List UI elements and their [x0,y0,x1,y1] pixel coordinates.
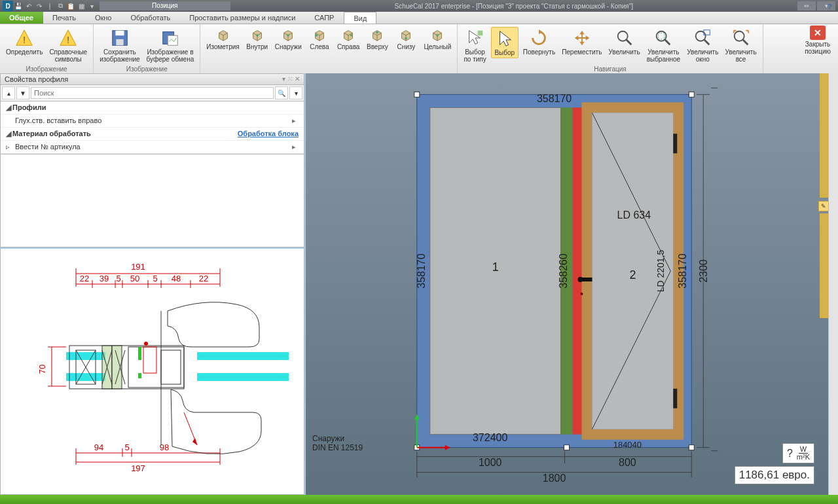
vertical-scrollbar[interactable] [828,73,838,75]
svg-rect-32 [477,31,483,36]
zoom-all-icon [731,28,752,48]
svg-text:!: ! [23,34,26,45]
clipboard-image-icon [160,28,181,48]
side-tab-1[interactable] [820,73,829,75]
cursor-icon [494,29,515,48]
tab-view[interactable]: Вид [344,12,376,24]
quick-access-toolbar: D 💾 ↶ ↷ | ⧉ 📋 ▦ ▾ [0,0,100,12]
btn-move[interactable]: Переместить [560,27,604,57]
cube-icon [370,28,384,43]
btn-zoom-window[interactable]: Увеличить окно [685,27,720,64]
qat-save-icon[interactable]: 💾 [13,1,24,11]
cube-icon [430,28,445,43]
svg-point-39 [696,31,706,41]
cube-icon [250,28,264,43]
ribbon: ! Определить ! Справочные символы Изобра… [0,24,838,75]
btn-view-7[interactable]: Цельный [422,27,453,52]
title-bar: D 💾 ↶ ↷ | ⧉ 📋 ▦ ▾ Позиция SchueCal 2017 … [0,0,838,12]
svg-point-13 [256,34,259,37]
btn-view-1[interactable]: Внутри [244,27,270,52]
cube-icon [216,28,230,43]
btn-zoom[interactable]: Увеличить [606,27,642,57]
btn-zoom-all[interactable]: Увеличить все [723,27,758,64]
btn-ref-symbols[interactable]: ! Справочные символы [47,27,89,64]
window-restore-icon[interactable]: ⇔ [797,1,816,10]
svg-point-25 [376,31,379,34]
cube-icon [281,28,295,43]
btn-image-clipboard[interactable]: Изображение в буфере обмена [145,27,196,64]
close-icon: ✕ [810,26,826,40]
qat-paste-icon[interactable]: 📋 [65,1,76,11]
btn-view-4[interactable]: Справа [335,27,362,52]
btn-view-5[interactable]: Вверху [364,27,390,52]
btn-view-2[interactable]: Снаружи [273,27,304,52]
qat-copy-icon[interactable]: ⧉ [55,1,65,11]
move-icon [572,28,592,48]
svg-line-40 [704,40,710,45]
btn-rotate[interactable]: Повернуть [521,27,557,57]
viewport[interactable]: 358170 372400 184040 1000 800 1800 1 2 L… [306,73,838,75]
svg-point-16 [287,34,289,37]
svg-point-42 [734,31,744,41]
btn-save-image[interactable]: Сохранить изображение [98,27,141,64]
svg-line-43 [742,40,748,45]
rotate-icon [528,28,549,48]
app-icon[interactable]: D [3,1,13,11]
zoom-selected-icon [653,28,674,48]
panel-title: Свойства профиля▾ ⁙ ✕ [0,73,304,75]
tab-dimensions[interactable]: Проставить размеры и надписи [180,12,305,24]
cursor-type-icon [465,28,486,48]
svg-rect-6 [116,39,123,45]
svg-rect-38 [659,33,665,39]
svg-point-36 [657,31,666,41]
tab-cad[interactable]: САПР [305,12,344,24]
left-pane: Свойства профиля▾ ⁙ ✕ ▴ ▼ 🔍 ▾ ◢Профили Г… [0,73,306,75]
save-icon [109,28,130,48]
qat-dropdown-icon[interactable]: ▾ [86,1,97,11]
qat-undo-icon[interactable]: ↶ [24,1,34,11]
tab-window[interactable]: Окно [86,12,122,24]
btn-define[interactable]: ! Определить [4,27,45,57]
zoom-window-icon [692,28,713,48]
btn-select-by-type[interactable]: Выбор по типу [462,27,488,64]
svg-point-19 [315,34,318,37]
cube-icon [341,28,355,43]
svg-point-34 [617,31,627,41]
cube-icon [399,28,413,43]
tab-print[interactable]: Печать [43,12,86,24]
svg-text:!: ! [67,34,69,45]
zoom-icon [614,28,635,48]
btn-select[interactable]: Выбор [491,27,519,58]
btn-close-position[interactable]: ✕ Закрыть позицию [803,24,833,56]
qat-tile-icon[interactable]: ▦ [76,1,86,11]
svg-line-37 [665,40,670,45]
qat-sep: | [45,1,55,11]
window-title: SchueCal 2017 enterprise - [Позиция "3" … [230,3,797,10]
ribbon-tabs: Общее Печать Окно Обработать Проставить … [0,12,838,24]
cube-icon [312,28,327,43]
svg-line-35 [626,40,631,45]
btn-view-0[interactable]: Изометрия [204,27,241,52]
svg-point-22 [350,34,353,37]
qat-redo-icon[interactable]: ↷ [34,1,45,11]
contextual-tab: Позиция [100,1,230,10]
svg-point-28 [405,37,408,40]
btn-zoom-selected[interactable]: Увеличить выбранное [645,27,683,64]
svg-rect-5 [115,31,124,36]
tab-main[interactable]: Общее [0,12,43,24]
help-icon[interactable]: ? [828,3,837,12]
btn-view-3[interactable]: Слева [306,27,333,52]
tab-edit[interactable]: Обработать [121,12,180,24]
svg-point-31 [437,34,439,37]
btn-view-6[interactable]: Снизу [393,27,419,52]
